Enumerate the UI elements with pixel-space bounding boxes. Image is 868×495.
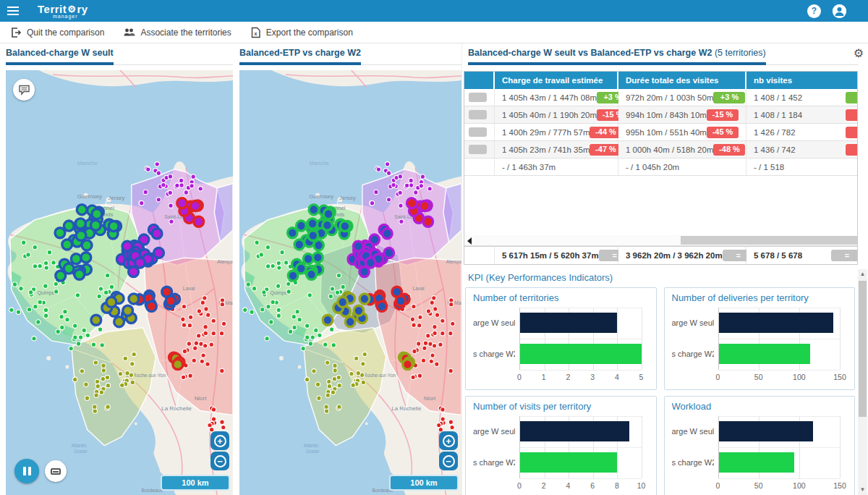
- table-settings-gear-icon[interactable]: ⚙: [854, 46, 864, 60]
- map-point[interactable]: [417, 342, 421, 346]
- map-point[interactable]: [200, 300, 205, 305]
- territory-color-swatch[interactable]: [469, 127, 487, 137]
- map-point[interactable]: [192, 358, 196, 363]
- map-point[interactable]: [191, 174, 195, 179]
- map-point[interactable]: [101, 376, 105, 381]
- map-point[interactable]: [81, 253, 91, 263]
- map-point[interactable]: [405, 183, 409, 187]
- map-point[interactable]: [277, 266, 281, 270]
- map-point[interactable]: [450, 425, 454, 429]
- map-point[interactable]: [276, 284, 280, 288]
- map-point[interactable]: [430, 353, 435, 358]
- map-point[interactable]: [252, 287, 256, 291]
- map-point[interactable]: [147, 301, 157, 311]
- map-point[interactable]: [361, 380, 365, 384]
- map-point[interactable]: [36, 320, 41, 324]
- map-point[interactable]: [266, 305, 271, 309]
- vertical-scrollbar-thumb[interactable]: [859, 281, 867, 417]
- map-point[interactable]: [109, 221, 119, 231]
- map-point[interactable]: [200, 359, 204, 363]
- map-point[interactable]: [403, 359, 413, 369]
- map-point[interactable]: [209, 342, 213, 347]
- map-point[interactable]: [435, 313, 439, 317]
- map-point[interactable]: [399, 203, 403, 208]
- map-point[interactable]: [324, 405, 328, 409]
- horizontal-scrollbar-thumb[interactable]: [681, 236, 857, 245]
- map-point[interactable]: [288, 228, 298, 238]
- map-point[interactable]: [77, 205, 87, 215]
- map-point[interactable]: [396, 296, 406, 306]
- map-point[interactable]: [333, 363, 337, 368]
- map-point[interactable]: [327, 384, 331, 388]
- map-point[interactable]: [255, 240, 259, 245]
- map-point[interactable]: [33, 245, 37, 249]
- scroll-down-arrow-icon[interactable]: ▼: [858, 485, 867, 495]
- map-point[interactable]: [426, 334, 430, 338]
- map-point[interactable]: [65, 317, 69, 321]
- map-point[interactable]: [354, 356, 359, 360]
- map-point[interactable]: [203, 324, 208, 329]
- table-row[interactable]: 1 405h 23m / 741h 35m-47 %1 000h 40m / 5…: [464, 141, 858, 158]
- map-point[interactable]: [418, 315, 422, 319]
- map-point[interactable]: [60, 325, 64, 329]
- map-point[interactable]: [387, 171, 391, 175]
- map-point[interactable]: [259, 253, 263, 257]
- map-point[interactable]: [92, 209, 102, 219]
- map-point[interactable]: [80, 369, 84, 373]
- map-point[interactable]: [84, 382, 88, 386]
- map-point[interactable]: [276, 261, 281, 265]
- map-point[interactable]: [101, 363, 106, 368]
- map-point[interactable]: [56, 271, 66, 281]
- map-point[interactable]: [169, 203, 173, 208]
- map-point[interactable]: [331, 343, 336, 347]
- map-point[interactable]: [337, 405, 341, 409]
- map-point[interactable]: [265, 337, 269, 341]
- map-point[interactable]: [62, 240, 72, 250]
- map-point[interactable]: [366, 258, 376, 268]
- map-point[interactable]: [47, 250, 51, 255]
- map-point[interactable]: [433, 324, 437, 329]
- map-point[interactable]: [101, 368, 106, 373]
- map-point[interactable]: [12, 282, 17, 287]
- export-comparison-button[interactable]: x Export the comparison: [250, 27, 353, 38]
- map-point[interactable]: [327, 379, 331, 384]
- map-point[interactable]: [335, 290, 339, 295]
- map-point[interactable]: [38, 263, 42, 268]
- map-point[interactable]: [427, 187, 432, 191]
- map-tooltip-toggle-button[interactable]: [13, 79, 35, 101]
- vertical-scrollbar[interactable]: ▲ ▼: [858, 269, 867, 495]
- map-point[interactable]: [190, 184, 194, 188]
- help-icon[interactable]: ?: [807, 4, 821, 18]
- map-point[interactable]: [187, 342, 191, 346]
- map-point[interactable]: [432, 296, 436, 300]
- map-point[interactable]: [55, 228, 65, 238]
- map-point[interactable]: [383, 229, 393, 239]
- map-point[interactable]: [220, 420, 224, 424]
- map-point[interactable]: [312, 369, 316, 373]
- map-right-svg[interactable]: MancheGuernseyJerseyChannelIslandsSaint-…: [239, 70, 461, 495]
- map-point[interactable]: [193, 346, 197, 350]
- map-point[interactable]: [168, 174, 172, 179]
- map-point[interactable]: [349, 371, 354, 376]
- map-point[interactable]: [69, 346, 73, 350]
- map-point[interactable]: [98, 287, 103, 291]
- map-point[interactable]: [98, 327, 102, 331]
- map-point[interactable]: [437, 423, 441, 427]
- map-point[interactable]: [419, 184, 423, 188]
- map-point[interactable]: [106, 383, 110, 387]
- map-point[interactable]: [265, 245, 270, 249]
- map-point[interactable]: [307, 293, 312, 297]
- map-point[interactable]: [292, 325, 297, 329]
- map-point[interactable]: [370, 201, 374, 206]
- map-point[interactable]: [451, 321, 455, 326]
- map-point[interactable]: [331, 390, 335, 394]
- map-point[interactable]: [190, 201, 200, 211]
- map-point[interactable]: [44, 266, 48, 270]
- map-point[interactable]: [323, 220, 333, 230]
- map-left-canvas[interactable]: MancheGuernseyJerseyChannelIslandsSaint-…: [6, 70, 233, 495]
- map-point[interactable]: [206, 313, 210, 317]
- map-point[interactable]: [315, 382, 320, 386]
- map-point[interactable]: [307, 269, 317, 279]
- column-header-swatch[interactable]: [464, 72, 495, 89]
- map-point[interactable]: [422, 346, 427, 350]
